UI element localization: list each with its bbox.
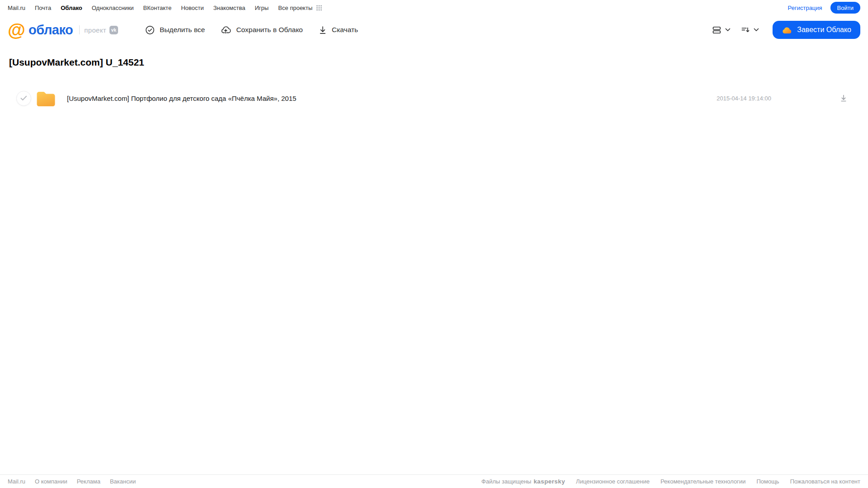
footer-right: Файлы защищены kaspersky Лицензионное со…: [481, 478, 860, 485]
chevron-down-icon: [725, 28, 730, 32]
main-content: [UsupovMarket.com] U_14521 [UsupovMark: [0, 57, 868, 109]
footer-link-recommendation-tech[interactable]: Рекомендательные технологии: [660, 478, 745, 485]
select-all-button[interactable]: Выделить все: [145, 25, 205, 35]
footer-link-mailru[interactable]: Mail.ru: [8, 478, 25, 485]
footer: Mail.ru О компании Реклама Вакансии Файл…: [0, 474, 868, 488]
nav-link-dating[interactable]: Знакомства: [213, 5, 245, 11]
registration-link[interactable]: Регистрация: [788, 5, 822, 11]
toolbar-actions: Выделить все Сохранить в Облако Скачать: [145, 25, 358, 35]
footer-link-ads[interactable]: Реклама: [77, 478, 100, 485]
mailru-at-icon: @: [8, 22, 25, 38]
nav-link-news[interactable]: Новости: [181, 5, 204, 11]
grid-dots-icon: [316, 5, 322, 11]
sort-icon: [740, 25, 750, 34]
file-name-link[interactable]: [UsupovMarket.com] Портфолио для детског…: [67, 95, 296, 102]
cloud-logo[interactable]: @ облако проект vk: [8, 22, 118, 38]
view-mode-selector[interactable]: [711, 25, 730, 35]
nav-link-vkontakte[interactable]: ВКонтакте: [143, 5, 172, 11]
sort-selector[interactable]: [740, 25, 759, 34]
nav-link-cloud[interactable]: Облако: [61, 5, 82, 11]
header-right-controls: Завести Облако: [711, 21, 860, 39]
download-icon: [318, 25, 327, 35]
login-button[interactable]: Войти: [830, 2, 860, 14]
footer-link-report-content[interactable]: Пожаловаться на контент: [790, 478, 860, 485]
cloud-icon: [782, 26, 792, 34]
file-date: 2015-04-14 19:14:00: [716, 95, 771, 102]
nav-link-mailru[interactable]: Mail.ru: [8, 5, 25, 11]
list-view-icon: [711, 25, 722, 35]
get-cloud-label: Завести Облако: [797, 26, 851, 34]
select-all-label: Выделить все: [160, 26, 205, 34]
kaspersky-logo[interactable]: kaspersky: [534, 478, 565, 485]
footer-link-license[interactable]: Лицензионное соглашение: [576, 478, 650, 485]
vk-logo-icon: vk: [109, 26, 118, 34]
page-title: [UsupovMarket.com] U_14521: [9, 57, 859, 68]
download-button[interactable]: Скачать: [318, 25, 358, 35]
get-cloud-button[interactable]: Завести Облако: [773, 21, 860, 39]
save-to-cloud-button[interactable]: Сохранить в Облако: [220, 25, 303, 35]
check-circle-icon: [145, 25, 155, 35]
check-icon: [20, 95, 28, 101]
footer-link-jobs[interactable]: Вакансии: [110, 478, 136, 485]
all-projects-label: Все проекты: [278, 5, 313, 11]
kaspersky-protected: Файлы защищены kaspersky: [481, 478, 565, 485]
nav-link-odnoklassniki[interactable]: Одноклассники: [92, 5, 134, 11]
top-nav-right: Регистрация Войти: [788, 2, 860, 14]
save-to-cloud-label: Сохранить в Облако: [236, 26, 303, 34]
kaspersky-protected-label: Файлы защищены: [481, 478, 531, 485]
file-download-icon[interactable]: [839, 94, 848, 103]
nav-link-all-projects[interactable]: Все проекты: [278, 5, 322, 11]
file-checkbox[interactable]: [16, 91, 31, 106]
footer-link-help[interactable]: Помощь: [756, 478, 779, 485]
folder-icon: [36, 90, 56, 107]
header-toolbar: @ облако проект vk Выделить все: [0, 15, 868, 44]
project-label: проект: [84, 26, 106, 34]
download-label: Скачать: [332, 26, 358, 34]
chevron-down-icon: [754, 28, 759, 32]
file-row[interactable]: [UsupovMarket.com] Портфолио для детског…: [9, 87, 859, 109]
footer-link-about[interactable]: О компании: [35, 478, 67, 485]
cloud-logo-label: облако: [28, 23, 73, 38]
nav-link-games[interactable]: Игры: [255, 5, 269, 11]
logo-divider: [79, 25, 80, 34]
top-nav: Mail.ru Почта Облако Одноклассники ВКонт…: [0, 0, 868, 15]
cloud-upload-icon: [220, 25, 231, 35]
nav-link-mail[interactable]: Почта: [35, 5, 51, 11]
